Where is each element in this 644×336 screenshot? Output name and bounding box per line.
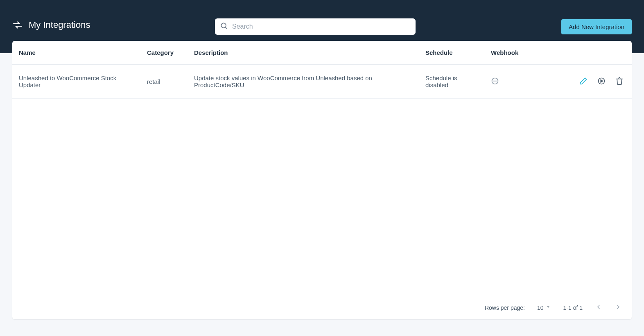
- content-area: Name Category Description Schedule Webho…: [0, 41, 644, 319]
- col-header-actions: [526, 41, 632, 65]
- cell-schedule: Schedule is disabled: [420, 65, 485, 99]
- run-button[interactable]: [597, 77, 606, 86]
- rows-per-page-label: Rows per page:: [485, 304, 525, 311]
- search-icon: [220, 22, 228, 32]
- pagination-bar: Rows per page: 10 1-1 of 1: [12, 298, 632, 319]
- rows-per-page-value: 10: [537, 304, 544, 311]
- play-circle-icon: [597, 77, 606, 86]
- chevron-left-icon: [595, 303, 602, 312]
- col-header-webhook: Webhook: [485, 41, 526, 65]
- svg-marker-5: [601, 79, 603, 82]
- col-header-category: Category: [141, 41, 188, 65]
- chevron-down-icon: [545, 304, 551, 311]
- pencil-icon: [579, 77, 588, 86]
- trash-icon: [615, 77, 624, 86]
- cell-name: Unleashed to WooCommerce Stock Updater: [12, 65, 141, 99]
- page-title: My Integrations: [29, 20, 90, 30]
- cell-actions: [526, 65, 632, 99]
- rows-per-page-select[interactable]: 10: [537, 304, 551, 311]
- cell-description: Update stock values in WooCommerce from …: [188, 65, 420, 99]
- edit-button[interactable]: [579, 77, 588, 86]
- table-row: Unleashed to WooCommerce Stock Updater r…: [12, 65, 632, 99]
- cell-category: retail: [141, 65, 188, 99]
- search-box[interactable]: [215, 18, 416, 35]
- integrations-icon: [12, 20, 23, 30]
- pagination-range: 1-1 of 1: [563, 304, 583, 311]
- next-page-button[interactable]: [615, 303, 622, 312]
- delete-button[interactable]: [615, 77, 624, 86]
- integrations-table: Name Category Description Schedule Webho…: [12, 41, 632, 99]
- svg-line-1: [226, 27, 227, 29]
- chevron-right-icon: [615, 303, 622, 312]
- col-header-schedule: Schedule: [420, 41, 485, 65]
- col-header-name: Name: [12, 41, 141, 65]
- integrations-card: Name Category Description Schedule Webho…: [12, 41, 632, 319]
- prev-page-button[interactable]: [595, 303, 602, 312]
- svg-point-0: [221, 23, 226, 28]
- add-new-integration-button[interactable]: Add New Integration: [561, 19, 632, 34]
- search-input[interactable]: [232, 23, 411, 30]
- title-group: My Integrations: [12, 20, 90, 30]
- col-header-description: Description: [188, 41, 420, 65]
- webhook-disabled-icon: [491, 77, 499, 86]
- cell-webhook: [485, 65, 526, 99]
